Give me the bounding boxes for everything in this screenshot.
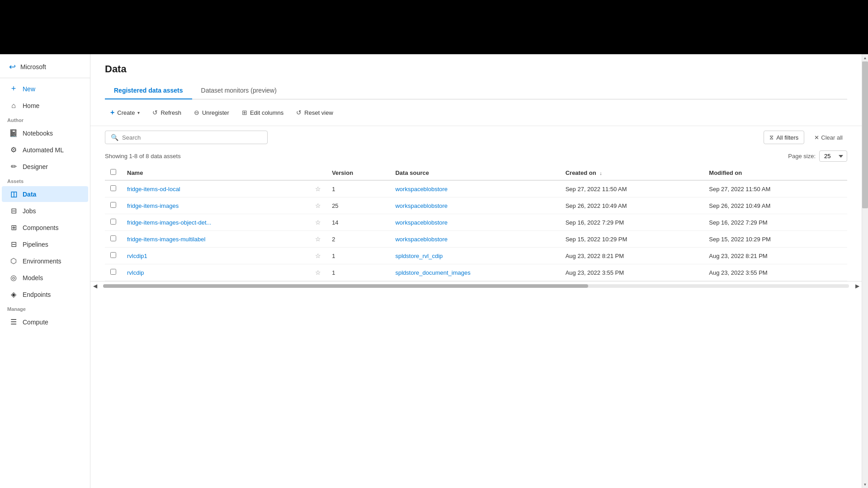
jobs-icon: ⊟ — [9, 206, 18, 215]
reset-icon: ↺ — [296, 109, 302, 116]
new-button[interactable]: + New — [2, 80, 88, 97]
sidebar-item-automated-ml[interactable]: ⚙ Automated ML — [2, 142, 88, 158]
row-checkbox-5[interactable] — [110, 269, 116, 275]
create-button[interactable]: + Create ▾ — [105, 106, 145, 119]
back-icon: ↩ — [9, 62, 16, 72]
row-name-1[interactable]: fridge-items-images — [122, 197, 310, 214]
filter-bar: 🔍 ⧖ All filters ✕ Clear all — [90, 126, 862, 149]
star-icon-0: ☆ — [315, 185, 321, 192]
unregister-button[interactable]: ⊖ Unregister — [189, 106, 235, 119]
header-name[interactable]: Name — [122, 165, 310, 180]
sidebar-item-data[interactable]: ◫ Data — [2, 186, 88, 202]
row-name-4[interactable]: rvlcdip1 — [122, 248, 310, 264]
row-version-1: 25 — [326, 197, 390, 214]
header-checkbox-col — [105, 165, 122, 180]
sidebar-item-models[interactable]: ◎ Models — [2, 270, 88, 286]
header-modified: Modified on — [703, 165, 847, 180]
row-checkbox-cell — [105, 180, 122, 197]
row-created-4: Aug 23, 2022 8:21 PM — [560, 248, 704, 264]
row-name-5[interactable]: rvlcdip — [122, 264, 310, 281]
tab-dataset-monitors[interactable]: Dataset monitors (preview) — [192, 82, 286, 99]
clear-all-button[interactable]: ✕ Clear all — [810, 131, 847, 144]
row-version-5: 1 — [326, 264, 390, 281]
row-star-2[interactable]: ☆ — [310, 214, 326, 231]
row-name-0[interactable]: fridge-items-od-local — [122, 180, 310, 197]
automated-ml-icon: ⚙ — [9, 145, 18, 154]
row-version-3: 2 — [326, 231, 390, 248]
reset-view-button[interactable]: ↺ Reset view — [291, 106, 339, 119]
select-all-checkbox[interactable] — [110, 169, 116, 175]
tabs: Registered data assets Dataset monitors … — [105, 82, 847, 99]
row-checkbox-cell — [105, 248, 122, 264]
row-version-4: 1 — [326, 248, 390, 264]
sidebar-item-jobs-label: Jobs — [23, 207, 36, 215]
filter-actions: ⧖ All filters ✕ Clear all — [764, 131, 847, 144]
row-modified-3: Sep 15, 2022 10:29 PM — [703, 231, 847, 248]
row-checkbox-1[interactable] — [110, 202, 116, 208]
table-row: fridge-items-od-local ☆ 1 workspaceblobs… — [105, 180, 847, 197]
sidebar-item-endpoints[interactable]: ◈ Endpoints — [2, 286, 88, 302]
row-checkbox-2[interactable] — [110, 219, 116, 225]
scroll-down-arrow[interactable]: ▼ — [862, 481, 868, 488]
table-wrapper: Name Version Data source Created on — [90, 165, 862, 488]
row-checkbox-4[interactable] — [110, 252, 116, 258]
create-plus-icon: + — [110, 108, 114, 117]
refresh-button[interactable]: ↺ Refresh — [147, 106, 187, 119]
search-box: 🔍 — [105, 131, 268, 144]
scroll-right-arrow[interactable]: ▶ — [853, 282, 862, 291]
search-input[interactable] — [122, 134, 262, 141]
row-datasource-5[interactable]: spldstore_document_images — [390, 264, 560, 281]
row-checkbox-0[interactable] — [110, 185, 116, 191]
sidebar-item-environments[interactable]: ⬡ Environments — [2, 253, 88, 269]
sidebar-item-pipelines[interactable]: ⊟ Pipelines — [2, 236, 88, 252]
sidebar-item-compute[interactable]: ☰ Compute — [2, 314, 88, 330]
sidebar-item-jobs[interactable]: ⊟ Jobs — [2, 203, 88, 219]
data-icon: ◫ — [9, 190, 18, 198]
table-header-row: Name Version Data source Created on — [105, 165, 847, 180]
row-datasource-0[interactable]: workspaceblobstore — [390, 180, 560, 197]
row-modified-5: Aug 23, 2022 3:55 PM — [703, 264, 847, 281]
horizontal-scroll-area — [99, 284, 853, 288]
row-star-3[interactable]: ☆ — [310, 231, 326, 248]
row-created-0: Sep 27, 2022 11:50 AM — [560, 180, 704, 197]
sidebar-item-data-label: Data — [23, 191, 36, 198]
row-checkbox-3[interactable] — [110, 235, 116, 241]
scroll-up-arrow[interactable]: ▲ — [862, 54, 868, 61]
row-datasource-1[interactable]: workspaceblobstore — [390, 197, 560, 214]
edit-columns-button[interactable]: ⊞ Edit columns — [236, 106, 289, 119]
row-datasource-4[interactable]: spldstore_rvl_cdip — [390, 248, 560, 264]
sidebar-item-notebooks[interactable]: 📓 Notebooks — [2, 125, 88, 141]
toolbar: + Create ▾ ↺ Refresh ⊖ Unregister ⊞ Edit… — [90, 99, 862, 126]
star-icon-2: ☆ — [315, 219, 321, 226]
refresh-icon: ↺ — [152, 109, 158, 116]
sidebar-brand[interactable]: ↩ Microsoft — [2, 58, 88, 75]
table-row: rvlcdip ☆ 1 spldstore_document_images Au… — [105, 264, 847, 281]
row-star-5[interactable]: ☆ — [310, 264, 326, 281]
results-count: Showing 1-8 of 8 data assets — [105, 153, 181, 160]
row-star-0[interactable]: ☆ — [310, 180, 326, 197]
tab-registered-data-assets[interactable]: Registered data assets — [105, 82, 192, 99]
table-row: fridge-items-images-object-det... ☆ 14 w… — [105, 214, 847, 231]
sidebar-item-home[interactable]: ⌂ Home — [2, 98, 88, 113]
top-black-bar — [0, 0, 868, 54]
sidebar-item-components-label: Components — [23, 224, 58, 231]
scroll-left-arrow[interactable]: ◀ — [90, 282, 99, 291]
row-name-3[interactable]: fridge-items-images-multilabel — [122, 231, 310, 248]
sidebar-item-components[interactable]: ⊞ Components — [2, 220, 88, 235]
sidebar-item-designer[interactable]: ✏ Designer — [2, 159, 88, 174]
created-sort-icon: ↓ — [599, 170, 602, 176]
row-star-1[interactable]: ☆ — [310, 197, 326, 214]
header-created[interactable]: Created on ↓ — [560, 165, 704, 180]
assets-section-label: Assets — [0, 175, 90, 186]
all-filters-button[interactable]: ⧖ All filters — [764, 131, 804, 144]
row-name-2[interactable]: fridge-items-images-object-det... — [122, 214, 310, 231]
row-star-4[interactable]: ☆ — [310, 248, 326, 264]
row-datasource-3[interactable]: workspaceblobstore — [390, 231, 560, 248]
row-modified-4: Aug 23, 2022 8:21 PM — [703, 248, 847, 264]
row-created-1: Sep 26, 2022 10:49 AM — [560, 197, 704, 214]
row-checkbox-cell — [105, 264, 122, 281]
row-checkbox-cell — [105, 231, 122, 248]
row-datasource-2[interactable]: workspaceblobstore — [390, 214, 560, 231]
manage-section-label: Manage — [0, 303, 90, 314]
page-size-select[interactable]: 25 10 50 100 — [819, 150, 847, 162]
